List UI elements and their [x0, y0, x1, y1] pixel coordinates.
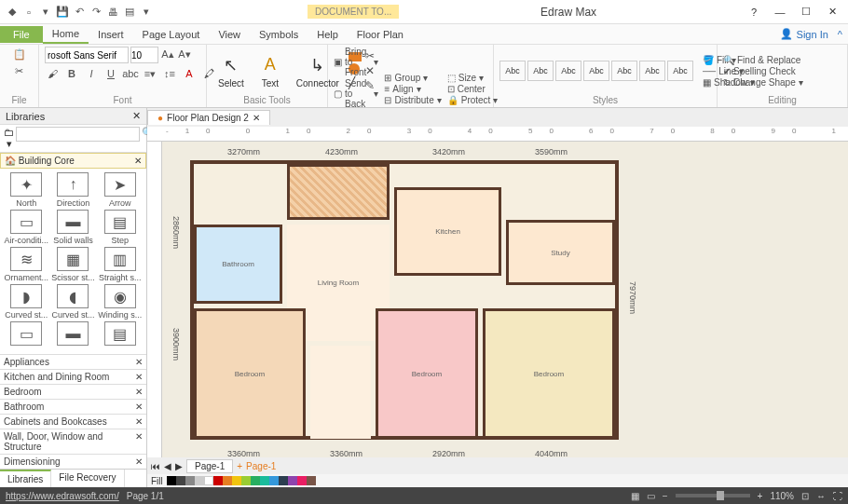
close-panel-icon[interactable]: ✕ [132, 110, 141, 122]
shape-solid-walls[interactable]: ▬Solid walls [50, 210, 95, 245]
qat-more-icon[interactable]: ▾ [140, 6, 153, 19]
style-preset[interactable]: Abc [527, 61, 554, 81]
color-swatch[interactable] [167, 476, 176, 485]
lib-bathroom[interactable]: Bathroom✕ [0, 399, 146, 414]
view-mode-icon[interactable]: ▦ [631, 491, 639, 501]
presentation-icon[interactable]: ▭ [647, 491, 655, 501]
align-button[interactable]: ≡ Align ▾ [384, 84, 441, 94]
first-page-icon[interactable]: ⏮ [151, 461, 160, 471]
shape-scissor-stairs[interactable]: ▦Scissor st... [50, 247, 95, 282]
tab-help[interactable]: Help [308, 26, 348, 43]
shape-winding-stairs[interactable]: ◉Winding s... [98, 284, 143, 320]
select-tool[interactable]: ↖Select [212, 52, 250, 90]
style-preset[interactable]: Abc [583, 61, 609, 81]
shape-misc-1[interactable]: ▭ [4, 321, 48, 347]
library-search-input[interactable] [16, 127, 140, 142]
fullscreen-icon[interactable]: ⛶ [833, 491, 842, 501]
find-replace-button[interactable]: 🔍 Find & Replace [723, 55, 803, 65]
shrink-font-icon[interactable]: A▾ [177, 47, 192, 61]
save-icon[interactable]: 💾 [56, 6, 69, 19]
tab-home[interactable]: Home [43, 25, 89, 44]
close-tab-icon[interactable]: ✕ [253, 113, 260, 123]
font-size-select[interactable] [130, 47, 158, 63]
ribbon-collapse-icon[interactable]: ^ [838, 29, 842, 40]
tab-floor-plan[interactable]: Floor Plan [348, 26, 413, 43]
line-spacing-icon[interactable]: ↕≡ [162, 66, 177, 81]
sign-in-link[interactable]: 👤 Sign In ^ [774, 28, 848, 40]
lib-wall-door[interactable]: Wall, Door, Window and Structure✕ [0, 429, 146, 454]
open-icon[interactable]: ▾ [39, 6, 52, 19]
next-page-icon[interactable]: ▶ [175, 461, 183, 471]
cut-icon[interactable]: ✂ [12, 63, 27, 78]
zoom-slider[interactable] [676, 494, 750, 497]
center-button[interactable]: ⊡ Center [447, 84, 499, 94]
shape-arrow[interactable]: ➤Arrow [98, 172, 143, 208]
page-tab[interactable]: Page-1 [186, 459, 233, 473]
grow-font-icon[interactable]: A▴ [160, 47, 175, 61]
shape-step[interactable]: ▤Step [98, 210, 143, 245]
lib-bedroom[interactable]: Bedroom✕ [0, 384, 146, 399]
drawing-canvas[interactable]: 3270mm 4230mm 3420mm 3590mm 3360mm 3360m… [162, 142, 848, 457]
protect-button[interactable]: 🔒 Protect ▾ [447, 95, 499, 105]
font-color-icon[interactable]: A [182, 66, 197, 81]
fit-page-icon[interactable]: ⊡ [801, 491, 809, 501]
tab-page-layout[interactable]: Page Layout [133, 26, 210, 43]
send-back-button[interactable]: ▢ Send to Back ▾ [334, 78, 378, 109]
fit-width-icon[interactable]: ↔ [816, 491, 826, 501]
shape-aircon[interactable]: ▭Air-conditi... [4, 210, 48, 245]
tab-insert[interactable]: Insert [89, 26, 133, 43]
styles-gallery[interactable]: Abc Abc Abc Abc Abc Abc Abc [499, 61, 693, 81]
document-tab[interactable]: ●Floor Plan Design 2✕ [147, 110, 270, 125]
shape-north[interactable]: ✦North [4, 172, 48, 208]
distribute-button[interactable]: ⊟ Distribute ▾ [384, 95, 441, 105]
shape-misc-3[interactable]: ▤ [98, 321, 143, 347]
undo-icon[interactable]: ↶ [73, 6, 86, 19]
group-button[interactable]: ⊞ Group ▾ [384, 73, 441, 83]
lib-dropdown-icon[interactable]: 🗀▾ [4, 127, 14, 150]
bullets-icon[interactable]: ≡▾ [143, 66, 157, 81]
style-preset[interactable]: Abc [639, 61, 665, 81]
shape-curved-stairs-2[interactable]: ◖Curved st... [50, 284, 95, 320]
maximize-icon[interactable]: ☐ [794, 3, 818, 21]
minimize-icon[interactable]: — [768, 3, 792, 21]
new-icon[interactable]: ▫ [22, 6, 35, 19]
print-icon[interactable]: 🖶 [106, 6, 119, 19]
zoom-out-icon[interactable]: − [663, 491, 668, 501]
font-family-select[interactable] [45, 47, 129, 63]
underline-button[interactable]: U [103, 66, 118, 81]
change-shape-button[interactable]: ↻ Change Shape ▾ [723, 77, 803, 88]
library-category[interactable]: 🏠 Building Core✕ [0, 153, 146, 169]
lib-appliances[interactable]: Appliances✕ [0, 354, 146, 369]
tab-file-recovery[interactable]: File Recovery [51, 470, 124, 487]
shape-straight-stairs[interactable]: ▥Straight s... [98, 247, 143, 282]
text-tool[interactable]: AText [253, 52, 287, 90]
floor-plan[interactable]: Kitchen Bathroom Study Living Room Bedro… [190, 160, 619, 440]
zoom-in-icon[interactable]: + [758, 491, 763, 501]
shape-ornament[interactable]: ≋Ornament... [4, 247, 48, 282]
prev-page-icon[interactable]: ◀ [164, 461, 171, 471]
tab-libraries[interactable]: Libraries [0, 470, 51, 487]
spelling-button[interactable]: ✔ Spelling Check [723, 66, 803, 76]
lib-cabinets[interactable]: Cabinets and Bookcases✕ [0, 414, 146, 429]
tab-view[interactable]: View [209, 26, 250, 43]
paste-icon[interactable]: 📋 [12, 47, 27, 61]
italic-button[interactable]: I [84, 66, 99, 81]
lib-kitchen[interactable]: Kitchen and Dining Room✕ [0, 369, 146, 384]
redo-icon[interactable]: ↷ [89, 6, 103, 19]
shape-misc-2[interactable]: ▬ [50, 321, 95, 347]
close-icon[interactable]: ✕ [820, 3, 844, 21]
shape-direction[interactable]: ↑Direction [50, 172, 95, 208]
preview-icon[interactable]: ▤ [123, 6, 136, 19]
style-preset[interactable]: Abc [667, 61, 693, 81]
strikethrough-button[interactable]: abc [123, 66, 138, 81]
bring-front-button[interactable]: ▣ Bring to Front ▾ [334, 47, 378, 77]
add-page-icon[interactable]: + [237, 461, 242, 471]
style-preset[interactable]: Abc [499, 61, 526, 81]
style-preset[interactable]: Abc [555, 61, 581, 81]
file-tab[interactable]: File [0, 26, 43, 43]
style-preset[interactable]: Abc [611, 61, 637, 81]
format-painter-icon[interactable]: 🖌 [45, 66, 60, 81]
bold-button[interactable]: B [64, 66, 79, 81]
lib-dimensioning[interactable]: Dimensioning✕ [0, 454, 146, 469]
size-button[interactable]: ⬚ Size ▾ [447, 73, 499, 83]
